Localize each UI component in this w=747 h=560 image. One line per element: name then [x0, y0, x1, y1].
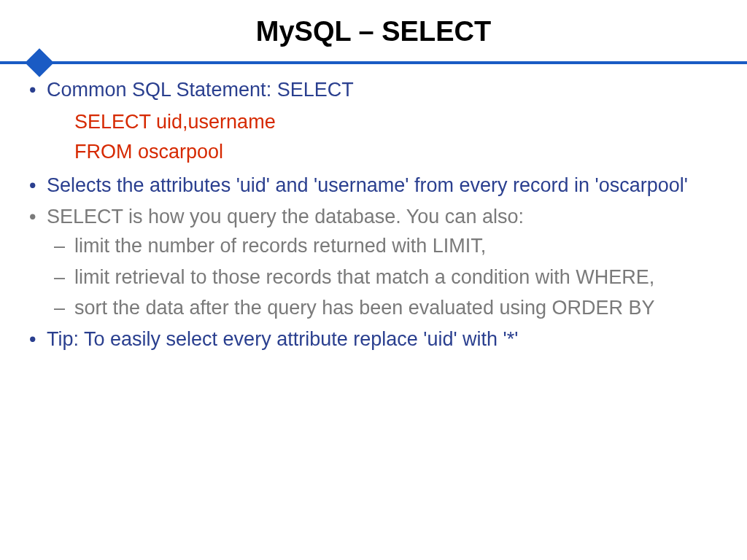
code-block: SELECT uid,username FROM oscarpool — [22, 107, 718, 166]
sub-item: sort the data after the query has been e… — [74, 295, 718, 321]
sub-item: limit retrieval to those records that ma… — [74, 264, 718, 290]
title-rule — [0, 58, 747, 68]
bullet-item: Selects the attributes 'uid' and 'userna… — [47, 172, 718, 198]
bullet-item: Common SQL Statement: SELECT — [47, 77, 718, 103]
code-line: FROM oscarpool — [74, 137, 718, 167]
bullet-item: Tip: To easily select every attribute re… — [47, 326, 718, 352]
bullet-list: Selects the attributes 'uid' and 'userna… — [22, 172, 718, 352]
code-line: SELECT uid,username — [74, 107, 718, 137]
bullet-text: SELECT is how you query the database. Yo… — [47, 206, 524, 228]
slide-title: MySQL – SELECT — [0, 0, 747, 58]
horizontal-rule — [0, 61, 747, 64]
sub-item: limit the number of records returned wit… — [74, 233, 718, 259]
bullet-list: Common SQL Statement: SELECT — [22, 77, 718, 103]
slide-content: Common SQL Statement: SELECT SELECT uid,… — [0, 77, 747, 352]
sub-list: limit the number of records returned wit… — [47, 233, 718, 321]
bullet-item: SELECT is how you query the database. Yo… — [47, 203, 718, 322]
